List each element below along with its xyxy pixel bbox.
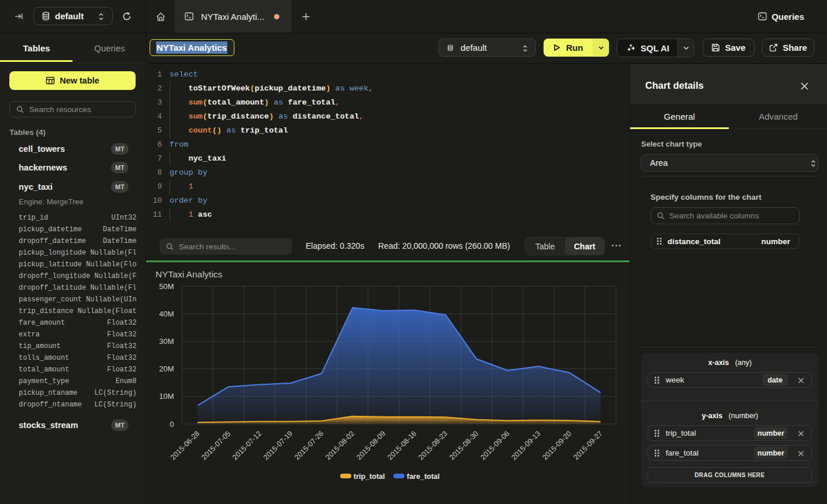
svg-text:2015-09-27: 2015-09-27 (572, 429, 604, 461)
svg-text:30M: 30M (159, 337, 174, 346)
svg-text:20M: 20M (159, 364, 174, 373)
svg-text:2015-08-23: 2015-08-23 (417, 429, 449, 461)
svg-text:0: 0 (169, 420, 174, 429)
svg-text:fare_total: fare_total (407, 472, 440, 481)
svg-text:2015-09-13: 2015-09-13 (510, 429, 542, 461)
svg-text:2015-09-20: 2015-09-20 (541, 429, 573, 461)
svg-text:10M: 10M (159, 392, 174, 401)
svg-text:2015-07-26: 2015-07-26 (293, 429, 325, 461)
svg-text:2015-08-30: 2015-08-30 (448, 429, 480, 461)
svg-text:2015-07-05: 2015-07-05 (200, 429, 232, 461)
svg-text:2015-09-06: 2015-09-06 (479, 429, 511, 461)
svg-text:2015-08-09: 2015-08-09 (355, 429, 387, 461)
svg-text:trip_total: trip_total (354, 472, 385, 481)
svg-text:2015-06-28: 2015-06-28 (169, 429, 201, 461)
svg-text:50M: 50M (159, 282, 174, 291)
svg-text:2015-08-16: 2015-08-16 (386, 429, 418, 461)
svg-text:2015-07-12: 2015-07-12 (231, 429, 263, 461)
svg-text:40M: 40M (159, 310, 174, 318)
svg-text:2015-07-19: 2015-07-19 (262, 429, 294, 461)
svg-text:2015-08-02: 2015-08-02 (324, 429, 356, 461)
